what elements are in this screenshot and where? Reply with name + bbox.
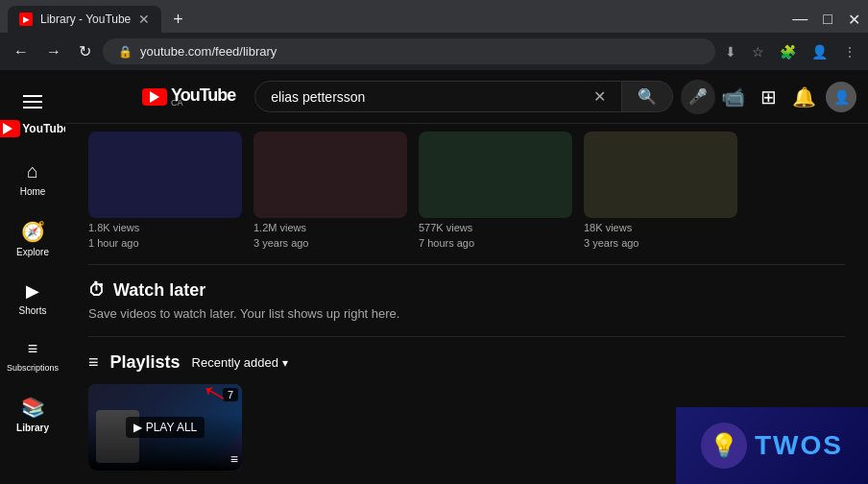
downloads-icon[interactable]: ⬇ <box>721 40 740 63</box>
account-button[interactable]: 👤 <box>826 82 856 112</box>
play-all-button[interactable]: ▶ PLAY ALL <box>126 417 205 438</box>
menu-icon[interactable]: ⋮ <box>839 40 860 63</box>
twos-icon: 💡 <box>710 432 738 459</box>
play-all-label: PLAY ALL <box>146 421 198 434</box>
thumb-meta: 1.8K views <box>88 222 242 233</box>
thumb-time: 3 years ago <box>253 237 407 249</box>
count-badge: 7 <box>223 388 238 401</box>
window-controls: — □ ✕ <box>792 11 860 29</box>
close-button[interactable]: ✕ <box>848 11 860 29</box>
lock-icon: 🔒 <box>118 45 133 59</box>
new-tab-button[interactable]: + <box>165 8 191 32</box>
yt-logo: YouTube CA <box>142 85 235 108</box>
explore-icon: 🧭 <box>21 220 45 243</box>
search-button[interactable]: 🔍 <box>622 81 673 112</box>
subscriptions-label: Subscriptions <box>7 363 59 373</box>
forward-button[interactable]: → <box>40 39 67 64</box>
thumb-item: 577K views 7 hours ago <box>419 132 572 249</box>
mic-button[interactable]: 🎤 <box>681 80 715 114</box>
browser-chrome: ▶ Library - YouTube ✕ + — □ ✕ ← → ↻ 🔒 yo… <box>0 0 868 70</box>
watch-later-text[interactable]: Watch later <box>113 280 205 301</box>
sidebar-item-library[interactable]: 📚 Library <box>0 386 65 443</box>
play-icon: ▶ <box>133 421 142 434</box>
thumb-item: 18K views 3 years ago <box>584 132 737 249</box>
sidebar-item-explore[interactable]: 🧭 Explore <box>0 210 65 267</box>
extensions-icon[interactable]: 🧩 <box>776 40 800 63</box>
twos-watermark: 💡 TWOS <box>676 407 868 484</box>
address-text: youtube.com/feed/library <box>140 44 700 59</box>
apps-button[interactable]: ⊞ <box>755 80 783 114</box>
shorts-label: Shorts <box>19 305 47 316</box>
shorts-icon: ▶ <box>26 280 39 302</box>
twos-text: TWOS <box>755 430 843 461</box>
thumb-time: 3 years ago <box>584 237 737 249</box>
playlist-card: ▶ PLAY ALL 7 ≡ Holy Hockey Highlights Cu… <box>88 384 242 477</box>
header-actions: 📹 ⊞ 🔔 👤 <box>715 80 856 114</box>
playlists-header: ≡ Playlists Recently added ▾ <box>88 352 845 373</box>
thumbnail-img <box>584 132 737 218</box>
thumb-item: 1.8K views 1 hour ago <box>88 132 242 249</box>
watch-later-desc: Save videos to watch later. Your list sh… <box>88 306 845 321</box>
profile-icon[interactable]: 👤 <box>808 40 832 63</box>
search-input[interactable] <box>271 89 593 105</box>
bookmark-icon[interactable]: ☆ <box>748 40 768 63</box>
yt-logo-icon-header <box>142 88 167 106</box>
yt-header: YouTube CA ✕ 🔍 🎤 📹 ⊞ 🔔 👤 <box>65 70 868 124</box>
address-bar[interactable]: 🔒 youtube.com/feed/library <box>103 38 715 64</box>
sort-button[interactable]: Recently added ▾ <box>192 355 288 370</box>
watch-later-title: ⏱ Watch later <box>88 280 845 301</box>
yt-logo-small: YouTube <box>0 120 70 137</box>
search-clear-button[interactable]: ✕ <box>593 87 606 106</box>
thumbnail-img <box>88 132 242 218</box>
home-label: Home <box>20 186 46 197</box>
sidebar-item-shorts[interactable]: ▶ Shorts <box>0 271 65 326</box>
thumb-meta: 18K views <box>584 222 737 233</box>
reload-button[interactable]: ↻ <box>73 38 97 64</box>
active-tab[interactable]: ▶ Library - YouTube ✕ <box>8 6 161 33</box>
mic-icon: 🎤 <box>688 87 708 106</box>
back-button[interactable]: ← <box>8 39 35 64</box>
playlist-name[interactable]: Holy Hockey Highlights <box>88 476 242 477</box>
minimize-button[interactable]: — <box>792 11 808 28</box>
sidebar-item-subscriptions[interactable]: ≡ Subscriptions <box>0 329 65 382</box>
home-icon: ⌂ <box>27 160 38 182</box>
watch-later-section: ⏱ Watch later Save videos to watch later… <box>88 265 845 337</box>
playlist-thumbnail[interactable]: ▶ PLAY ALL 7 ≡ <box>88 384 242 471</box>
play-all-overlay[interactable]: ▶ PLAY ALL <box>88 384 242 471</box>
thumb-item: 1.2M views 3 years ago <box>253 132 407 249</box>
yt-logo-icon <box>0 120 20 137</box>
watch-later-icon: ⏱ <box>88 280 106 301</box>
sort-label: Recently added <box>192 355 278 370</box>
playlists-title: Playlists <box>110 352 181 373</box>
yt-logo-play-header <box>150 91 159 103</box>
thumbnail-img <box>253 132 407 218</box>
tab-title: Library - YouTube <box>40 12 131 26</box>
playlists-icon: ≡ <box>88 352 99 373</box>
yt-logo-text-small: YouTube <box>22 122 70 135</box>
explore-label: Explore <box>16 247 49 257</box>
search-bar[interactable]: ✕ <box>254 81 622 112</box>
sort-arrow-icon: ▾ <box>282 356 288 370</box>
maximize-button[interactable]: □ <box>823 11 832 28</box>
address-bar-right: ⬇ ☆ 🧩 👤 ⋮ <box>721 40 860 63</box>
hamburger-icon <box>15 87 50 116</box>
library-icon: 📚 <box>21 396 45 419</box>
thumbnail-img <box>419 132 572 218</box>
subscriptions-icon: ≡ <box>28 339 38 359</box>
playlist-card-wrapper: ▶ PLAY ALL 7 ≡ Holy Hockey Highlights Cu… <box>88 384 242 477</box>
tab-favicon: ▶ <box>19 12 33 26</box>
tab-bar: ▶ Library - YouTube ✕ + — □ ✕ <box>0 0 868 33</box>
thumb-time: 7 hours ago <box>419 237 572 249</box>
sidebar-item-home[interactable]: ⌂ Home <box>0 151 65 206</box>
tab-close-button[interactable]: ✕ <box>138 12 150 27</box>
notifications-button[interactable]: 🔔 <box>786 80 822 114</box>
sidebar-hamburger[interactable]: YouTube <box>0 78 65 147</box>
sidebar: YouTube ⌂ Home 🧭 Explore ▶ Shorts ≡ Subs… <box>0 70 65 477</box>
thumb-meta: 1.2M views <box>253 222 407 233</box>
address-bar-row: ← → ↻ 🔒 youtube.com/feed/library ⬇ ☆ 🧩 👤… <box>0 33 868 70</box>
thumb-time: 1 hour ago <box>88 237 242 249</box>
create-button[interactable]: 📹 <box>715 80 751 114</box>
yt-play-icon <box>3 123 12 134</box>
list-icon: ≡ <box>230 451 238 467</box>
thumbnails-row: 1.8K views 1 hour ago 1.2M views 3 years… <box>88 124 845 256</box>
